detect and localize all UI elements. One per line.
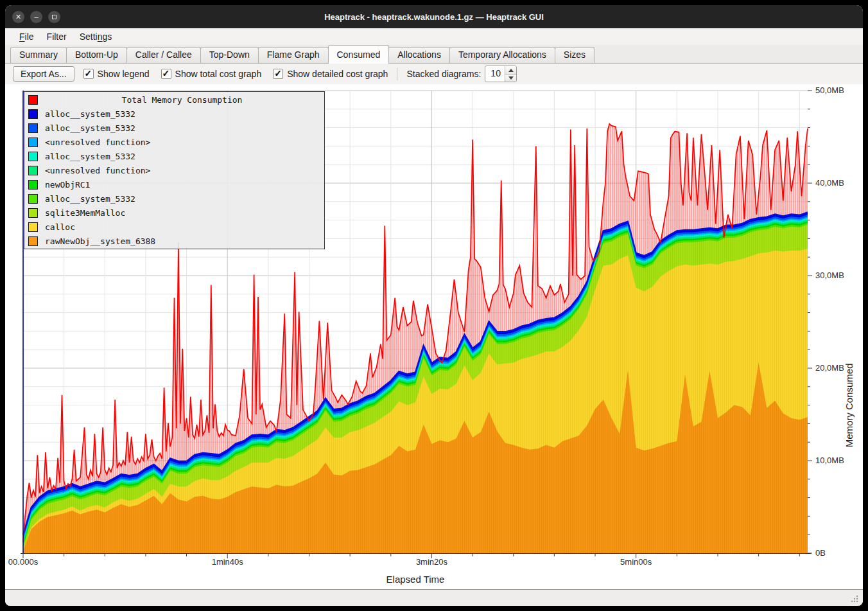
checkbox-box[interactable]: [83, 69, 94, 79]
checkbox-show-total-cost-graph[interactable]: Show total cost graph: [161, 69, 262, 79]
y-axis-tick-label: 10,0MB: [815, 456, 844, 465]
legend-color-chip: [28, 137, 38, 147]
tab-allocations[interactable]: Allocations: [388, 47, 450, 63]
legend-color-chip: [28, 166, 38, 175]
titlebar[interactable]: ✕ – Heaptrack - heaptrack.wakunode.1.gz …: [5, 5, 863, 28]
chart-page: Total Memory Consumptionalloc__system_53…: [5, 84, 863, 590]
tab-consumed[interactable]: Consumed: [328, 45, 390, 64]
tab-bottom-up[interactable]: Bottom-Up: [66, 47, 127, 63]
checkbox-box[interactable]: [273, 69, 283, 79]
checkbox-group: Show legendShow total cost graphShow det…: [83, 69, 388, 79]
toolbar-separator: [397, 67, 397, 80]
legend-color-chip: [28, 180, 38, 190]
toolbar: Export As... Show legendShow total cost …: [5, 64, 863, 84]
menu-settings[interactable]: Settings: [73, 30, 119, 43]
x-axis-tick-label: 5min00s: [620, 557, 652, 567]
stacked-diagrams-label: Stacked diagrams:: [406, 69, 481, 79]
legend-row: sqlite3MemMalloc: [24, 206, 324, 220]
tab-top-down[interactable]: Top-Down: [200, 47, 259, 63]
x-axis-tick-label: 00.000s: [8, 557, 38, 567]
legend-label: sqlite3MemMalloc: [45, 208, 125, 218]
tab-temporary-allocations[interactable]: Temporary Allocations: [449, 47, 555, 63]
tab-flame-graph[interactable]: Flame Graph: [258, 47, 329, 63]
arrow-down-icon: [508, 76, 514, 80]
legend-label: newObjRC1: [45, 180, 90, 190]
legend-label: rawNewObj__system_6388: [45, 236, 155, 246]
y-axis-title: Memory Consumed: [844, 363, 855, 447]
y-axis-tick-label: 30,0MB: [815, 270, 844, 280]
legend-row: <unresolved function>: [24, 135, 324, 149]
checkbox-box[interactable]: [161, 69, 171, 79]
tab-sizes[interactable]: Sizes: [555, 47, 595, 63]
checkbox-label: Show legend: [98, 69, 150, 79]
x-axis-tick-label: 3min20s: [416, 557, 447, 567]
legend-row: alloc__system_5332: [24, 149, 324, 163]
stacked-diagrams-value[interactable]: 10: [485, 66, 505, 82]
resize-grip-icon[interactable]: [850, 594, 859, 603]
legend-row: rawNewObj__system_6388: [24, 234, 324, 248]
legend-row: calloc: [24, 220, 324, 234]
legend-color-chip: [28, 109, 38, 119]
legend-label: <unresolved function>: [45, 137, 150, 147]
legend-color-chip: [28, 222, 38, 232]
legend-color-chip: [28, 208, 38, 218]
app-window: ✕ – Heaptrack - heaptrack.wakunode.1.gz …: [5, 5, 863, 606]
legend-color-chip: [28, 123, 38, 133]
legend-label: <unresolved function>: [45, 166, 150, 175]
window-title: Heaptrack - heaptrack.wakunode.1.gz — He…: [5, 12, 863, 22]
spin-down-button[interactable]: [505, 74, 516, 82]
spin-up-button[interactable]: [505, 66, 516, 74]
legend-row: alloc__system_5332: [24, 121, 324, 135]
legend-color-chip: [28, 95, 38, 105]
legend-row: <unresolved function>: [24, 163, 324, 177]
x-axis-title: Elapsed Time: [386, 574, 445, 585]
y-axis-tick-label: 20,0MB: [815, 363, 844, 373]
legend-label: alloc__system_5332: [45, 109, 135, 119]
stacked-diagrams-spinbox[interactable]: 10: [485, 66, 517, 82]
legend-label: alloc__system_5332: [45, 152, 135, 161]
spinner-buttons: [505, 66, 516, 82]
legend-color-chip: [28, 152, 38, 161]
legend-row: Total Memory Consumption: [24, 93, 324, 107]
legend-label: alloc__system_5332: [45, 194, 135, 204]
y-axis-tick-label: 50,0MB: [815, 85, 844, 95]
legend-color-chip: [28, 194, 38, 204]
checkbox-show-detailed-cost-graph[interactable]: Show detailed cost graph: [273, 69, 388, 79]
legend-color-chip: [28, 236, 38, 246]
y-axis-tick-label: 0B: [815, 548, 826, 558]
checkbox-label: Show detailed cost graph: [287, 69, 388, 79]
x-axis-tick-label: 1min40s: [212, 557, 243, 567]
legend-row: alloc__system_5332: [24, 107, 324, 121]
menu-file[interactable]: File: [13, 30, 40, 43]
legend-label: alloc__system_5332: [45, 123, 135, 133]
chart-legend: Total Memory Consumptionalloc__system_53…: [24, 91, 325, 249]
legend-label: calloc: [45, 222, 75, 232]
tab-caller-callee[interactable]: Caller / Callee: [126, 47, 201, 63]
tab-summary[interactable]: Summary: [10, 47, 67, 63]
arrow-up-icon: [508, 69, 514, 72]
checkbox-label: Show total cost graph: [175, 69, 262, 79]
statusbar: [5, 590, 863, 606]
export-as-button[interactable]: Export As...: [13, 66, 74, 82]
menu-filter[interactable]: Filter: [40, 30, 73, 43]
tabbar: SummaryBottom-UpCaller / CalleeTop-DownF…: [5, 45, 863, 64]
checkbox-show-legend[interactable]: Show legend: [83, 69, 150, 79]
menubar: FileFilterSettings: [5, 28, 863, 45]
stacked-diagrams-control: Stacked diagrams: 10: [406, 66, 517, 82]
y-axis-tick-label: 40,0MB: [815, 178, 844, 188]
legend-row: alloc__system_5332: [24, 191, 324, 206]
legend-row: newObjRC1: [24, 177, 324, 191]
legend-title: Total Memory Consumption: [45, 95, 319, 105]
